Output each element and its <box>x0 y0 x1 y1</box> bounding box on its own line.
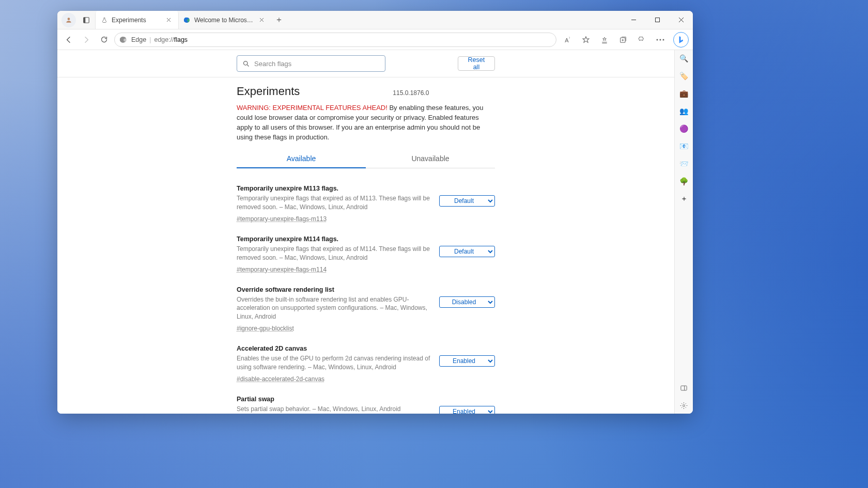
flags-list: Temporarily unexpire M113 flags.Temporar… <box>237 168 495 414</box>
flag-title: Override software rendering list <box>237 286 431 293</box>
gear-icon <box>680 402 688 410</box>
ellipsis-icon <box>656 39 664 41</box>
edge-icon <box>183 17 191 24</box>
read-aloud-button[interactable]: A⁾ <box>560 33 575 47</box>
search-icon[interactable]: 🔍 <box>679 53 689 64</box>
people-icon[interactable]: 👥 <box>679 106 689 116</box>
address-bar[interactable]: Edge|edge://flags <box>114 33 556 47</box>
browser-tab[interactable]: Experiments <box>96 11 178 29</box>
flag-title: Accelerated 2D canvas <box>237 345 431 352</box>
more-button[interactable] <box>653 33 668 47</box>
collections-button[interactable] <box>615 33 631 47</box>
flag-description: Overrides the built-in software renderin… <box>237 295 431 321</box>
close-button[interactable] <box>669 11 693 29</box>
flag-anchor-link[interactable]: #temporary-unexpire-flags-m113 <box>237 215 327 223</box>
office-icon[interactable]: 🟣 <box>679 123 689 134</box>
vertical-tabs-icon <box>83 17 90 24</box>
person-icon <box>65 17 72 24</box>
tab-title: Welcome to Microsoft Edge Canary <box>194 17 254 24</box>
flag-item: Partial swapSets partial swap behavior. … <box>237 390 495 414</box>
version-text: 115.0.1876.0 <box>393 89 429 97</box>
flag-state-select[interactable]: DefaultEnabledDisabled <box>439 296 495 308</box>
flag-description: Sets partial swap behavior. – Mac, Windo… <box>237 405 431 414</box>
tab-title: Experiments <box>112 17 161 24</box>
svg-point-21 <box>244 61 248 65</box>
maximize-icon <box>655 17 660 23</box>
flag-state-select[interactable]: DefaultEnabledDisabled <box>439 195 495 207</box>
favorites-icon <box>600 36 609 44</box>
svg-rect-2 <box>84 18 86 23</box>
bing-icon <box>677 36 685 44</box>
reset-all-button[interactable]: Reset all <box>458 56 495 71</box>
flag-item: Accelerated 2D canvasEnables the use of … <box>237 340 495 390</box>
tab-unavailable[interactable]: Unavailable <box>366 149 495 168</box>
forward-button[interactable] <box>79 33 94 47</box>
flag-item: Override software rendering listOverride… <box>237 281 495 340</box>
arrow-left-icon <box>65 36 73 44</box>
flag-anchor-link[interactable]: #temporary-unexpire-flags-m114 <box>237 266 327 273</box>
collections-icon <box>619 36 627 44</box>
page-content[interactable]: Reset all Experiments 115.0.1876.0 WARNI… <box>57 50 674 414</box>
svg-point-18 <box>657 39 658 40</box>
search-flags-input[interactable] <box>254 60 380 68</box>
svg-line-22 <box>247 65 249 66</box>
tab-available[interactable]: Available <box>237 149 366 168</box>
search-icon <box>242 60 250 68</box>
favorite-star-button[interactable] <box>578 33 594 47</box>
arrow-right-icon <box>82 36 90 44</box>
tab-close-button[interactable] <box>164 16 173 24</box>
flag-description: Temporarily unexpire flags that expired … <box>237 245 431 262</box>
flag-item: Temporarily unexpire M113 flags.Temporar… <box>237 180 495 230</box>
minimize-button[interactable] <box>622 11 645 29</box>
flag-description: Enables the use of the GPU to perform 2d… <box>237 354 431 372</box>
edge-icon <box>120 36 127 43</box>
briefcase-icon[interactable]: 💼 <box>679 88 689 99</box>
edge-sidebar: 🔍🏷️💼👥🟣📧📨🌳＋ <box>674 50 693 414</box>
search-flags-field[interactable] <box>237 55 385 72</box>
tag-icon[interactable]: 🏷️ <box>679 71 689 81</box>
svg-rect-9 <box>655 18 659 22</box>
title-bar: ExperimentsWelcome to Microsoft Edge Can… <box>57 11 693 29</box>
flag-title: Temporarily unexpire M113 flags. <box>237 185 431 192</box>
refresh-icon <box>100 36 108 43</box>
tree-icon[interactable]: 🌳 <box>679 176 689 186</box>
svg-point-19 <box>660 39 661 40</box>
svg-point-20 <box>663 39 664 40</box>
flag-state-select[interactable]: DefaultEnabledDisabled <box>439 246 495 257</box>
flag-item: Temporarily unexpire M114 flags.Temporar… <box>237 230 495 281</box>
maximize-button[interactable] <box>645 11 669 29</box>
sidebar-settings-button[interactable] <box>679 400 689 411</box>
bing-chat-button[interactable] <box>673 32 689 48</box>
profile-avatar[interactable] <box>61 13 76 27</box>
flask-icon <box>101 17 108 24</box>
extensions-button[interactable] <box>634 33 649 47</box>
new-tab-button[interactable]: ＋ <box>271 11 287 29</box>
flag-anchor-link[interactable]: #disable-accelerated-2d-canvas <box>237 375 324 383</box>
refresh-button[interactable] <box>97 33 111 47</box>
star-icon <box>582 36 590 44</box>
tab-close-button[interactable] <box>257 16 266 24</box>
flag-title: Temporarily unexpire M114 flags. <box>237 235 431 243</box>
browser-tab[interactable]: Welcome to Microsoft Edge Canary <box>178 11 271 29</box>
toolbar: Edge|edge://flags A⁾ <box>57 29 693 50</box>
outlook-icon[interactable]: 📧 <box>679 141 689 151</box>
add-icon[interactable]: ＋ <box>679 194 689 204</box>
close-icon <box>678 17 684 23</box>
page-title: Experiments <box>237 85 300 98</box>
vertical-tabs-button[interactable] <box>79 13 94 27</box>
window-controls <box>622 11 693 29</box>
browser-window: ExperimentsWelcome to Microsoft Edge Can… <box>57 11 693 414</box>
svg-rect-23 <box>681 386 687 390</box>
split-icon <box>680 384 688 392</box>
flag-state-select[interactable]: DefaultEnabledDisabled <box>439 406 495 414</box>
flags-tabs: Available Unavailable <box>237 149 495 168</box>
puzzle-icon <box>638 36 646 44</box>
flag-state-select[interactable]: DefaultEnabledDisabled <box>439 355 495 367</box>
favorites-hub-button[interactable] <box>597 33 612 47</box>
back-button[interactable] <box>61 33 76 47</box>
flag-anchor-link[interactable]: #ignore-gpu-blocklist <box>237 325 294 332</box>
flag-description: Temporarily unexpire flags that expired … <box>237 194 431 212</box>
sidebar-split-button[interactable] <box>679 383 689 393</box>
send-icon[interactable]: 📨 <box>679 159 689 169</box>
flag-title: Partial swap <box>237 396 431 403</box>
